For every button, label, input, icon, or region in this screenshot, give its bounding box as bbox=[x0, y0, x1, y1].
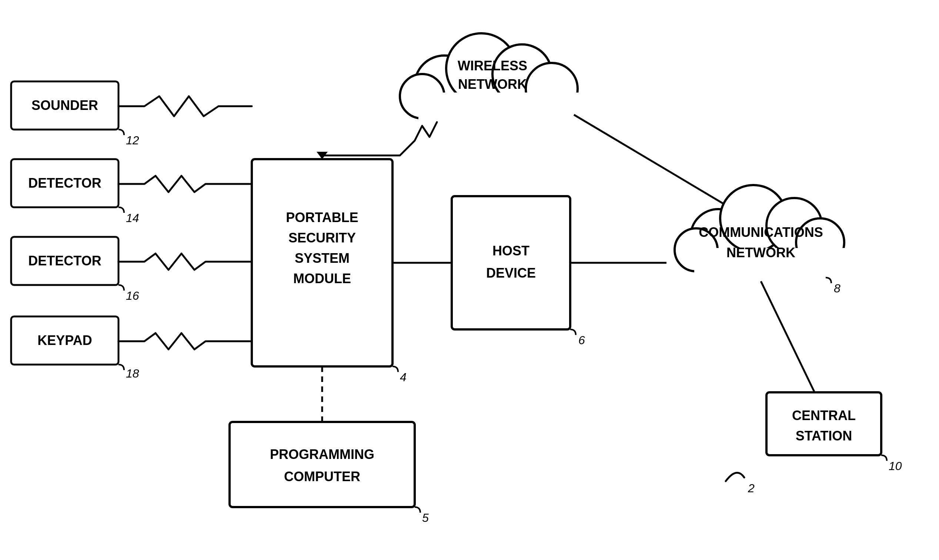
prog-ref: 5 bbox=[422, 511, 429, 525]
psm-bracket bbox=[393, 366, 398, 372]
sounder-ref: 12 bbox=[126, 134, 139, 147]
system-ref: 2 bbox=[748, 482, 754, 495]
comms-bracket bbox=[826, 278, 831, 283]
comms-to-central-line bbox=[761, 281, 814, 392]
system-ref-arrow bbox=[726, 473, 744, 481]
sounder-line bbox=[119, 96, 252, 116]
psm-label4: MODULE bbox=[293, 271, 351, 286]
wireless-label1: WIRELESS bbox=[458, 58, 527, 73]
svg-rect-5 bbox=[419, 92, 581, 122]
host-box bbox=[452, 196, 570, 329]
keypad-label: KEYPAD bbox=[37, 333, 92, 348]
psm-ref: 4 bbox=[400, 371, 406, 384]
detector1-label: DETECTOR bbox=[28, 175, 101, 191]
host-label2: DEVICE bbox=[486, 265, 536, 280]
comms-label1: COMMUNICATIONS bbox=[699, 225, 823, 240]
keypad-ref: 18 bbox=[126, 367, 139, 380]
keypad-line bbox=[119, 333, 252, 349]
prog-label1: PROGRAMMING bbox=[270, 447, 374, 462]
central-ref: 10 bbox=[889, 459, 902, 473]
wireless-to-psm-line bbox=[322, 122, 437, 159]
diagram-container: SOUNDER 12 DETECTOR 14 DETECTOR 16 KEYPA… bbox=[0, 0, 939, 560]
psm-label: PORTABLE bbox=[286, 210, 358, 225]
sounder-label: SOUNDER bbox=[31, 98, 98, 113]
comms-label2: NETWORK bbox=[727, 245, 795, 260]
keypad-bracket bbox=[119, 365, 124, 370]
diagram-svg: SOUNDER 12 DETECTOR 14 DETECTOR 16 KEYPA… bbox=[0, 0, 939, 560]
prog-bracket bbox=[415, 507, 420, 512]
detector1-bracket bbox=[119, 207, 124, 213]
prog-box bbox=[229, 422, 415, 507]
central-box bbox=[767, 392, 881, 455]
host-label1: HOST bbox=[493, 243, 530, 258]
wireless-to-comms-line bbox=[574, 115, 730, 207]
central-label2: STATION bbox=[796, 428, 852, 443]
detector1-line bbox=[119, 176, 252, 192]
detector2-ref: 16 bbox=[126, 289, 139, 302]
psm-label2: SECURITY bbox=[288, 230, 356, 245]
central-label1: CENTRAL bbox=[792, 408, 856, 423]
central-bracket bbox=[881, 455, 887, 461]
comms-ref: 8 bbox=[834, 282, 840, 295]
wireless-label2: NETWORK bbox=[458, 77, 527, 92]
psm-label3: SYSTEM bbox=[295, 251, 349, 266]
detector2-line bbox=[119, 254, 252, 270]
detector1-ref: 14 bbox=[126, 211, 139, 225]
prog-label2: COMPUTER bbox=[284, 469, 360, 484]
host-bracket bbox=[570, 329, 576, 335]
sounder-bracket bbox=[119, 129, 124, 135]
detector2-label: DETECTOR bbox=[28, 253, 101, 268]
host-ref: 6 bbox=[578, 334, 585, 347]
detector2-bracket bbox=[119, 285, 124, 291]
